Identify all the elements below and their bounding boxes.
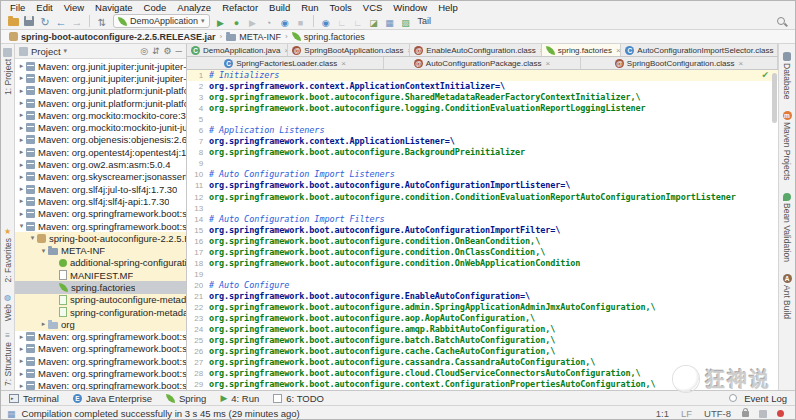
- tree-chevron-icon[interactable]: ▸: [17, 87, 26, 95]
- menu-vcs[interactable]: VCS: [358, 2, 388, 13]
- breadcrumb-item[interactable]: spring.factories: [290, 32, 367, 42]
- status-segment-1-1[interactable]: 1:1: [656, 408, 669, 419]
- close-icon[interactable]: ×: [545, 59, 550, 68]
- tree-row[interactable]: spring-autoconfigure-metadat: [15, 294, 186, 306]
- stripe-button-database[interactable]: Database: [782, 52, 792, 99]
- menu-window[interactable]: Window: [388, 2, 432, 13]
- menu-build[interactable]: Build: [264, 2, 295, 13]
- project-panel-title[interactable]: Project ▾: [19, 46, 67, 57]
- tree-row[interactable]: ▾META-INF: [15, 244, 186, 256]
- tree-row[interactable]: ▸org: [15, 318, 186, 330]
- search-icon[interactable]: [777, 17, 785, 25]
- tail-plugin-label[interactable]: Tail: [418, 16, 432, 26]
- tree-row[interactable]: spring.factories: [15, 281, 186, 293]
- editor-tab[interactable]: @SpringBootApplication.class×: [288, 44, 410, 56]
- run-configuration-combo[interactable]: DemoApplication▾: [113, 14, 210, 28]
- stripe-button----project[interactable]: 1: Project: [3, 48, 13, 95]
- status-segment-utf-8[interactable]: UTF-8: [704, 408, 731, 419]
- tree-row[interactable]: spring-configuration-metadata: [15, 306, 186, 318]
- tool-window-toggle-icon[interactable]: [7, 409, 16, 419]
- tree-row[interactable]: ▾Maven: org.springframework.boot:spring: [15, 220, 186, 232]
- gear-icon[interactable]: [164, 47, 172, 56]
- tree-row[interactable]: ▸Maven: org.opentest4j:opentest4j:1.2.0: [15, 146, 186, 158]
- tree-chevron-icon[interactable]: ▾: [17, 222, 26, 230]
- editor-tab[interactable]: CAutoConfigurationImportSelector.class×: [621, 44, 778, 56]
- tree-chevron-icon[interactable]: ▸: [17, 173, 26, 181]
- toolwindow-button-terminal[interactable]: Terminal: [9, 393, 59, 404]
- toolwindow-button-spring[interactable]: Spring: [166, 393, 206, 404]
- readonly-lock-icon[interactable]: [742, 411, 749, 417]
- tree-row[interactable]: MANIFEST.MF: [15, 269, 186, 281]
- tree-row[interactable]: additional-spring-configuratio: [15, 257, 186, 269]
- tree-chevron-icon[interactable]: ▸: [17, 382, 26, 390]
- toolwindow-button----todo[interactable]: 6: TODO: [273, 393, 324, 404]
- toolbar-button-stop-icon[interactable]: [293, 14, 309, 29]
- editor-tab[interactable]: CDemoApplication.java×: [187, 44, 288, 56]
- tree-row[interactable]: ▸Maven: org.skyscreamer:jsonassert:1.5.0: [15, 171, 186, 183]
- toolbar-button-console-icon[interactable]: [350, 14, 366, 29]
- tree-row[interactable]: ▸Maven: org.junit.platform:junit-platfor…: [15, 85, 186, 97]
- tree-row[interactable]: ▸Maven: org.springframework.boot:spring: [15, 380, 186, 390]
- toolbar-button-sync-icon[interactable]: [37, 14, 53, 29]
- status-segment-lf[interactable]: LF: [681, 408, 692, 419]
- menu-code[interactable]: Code: [139, 2, 172, 13]
- toolbar-button-rerun-icon[interactable]: [277, 14, 293, 29]
- toolbar-button-save-all-icon[interactable]: [21, 14, 37, 29]
- tree-row[interactable]: ▸Maven: org.ow2.asm:asm:5.0.4: [15, 158, 186, 170]
- tree-row[interactable]: ▸Maven: org.slf4j:jul-to-slf4j:1.7.30: [15, 183, 186, 195]
- close-icon[interactable]: ×: [738, 59, 743, 68]
- toolbar-button-console-icon[interactable]: [334, 14, 350, 29]
- close-icon[interactable]: ×: [341, 59, 346, 68]
- tree-chevron-icon[interactable]: ▸: [17, 197, 26, 205]
- menu-edit[interactable]: Edit: [31, 2, 57, 13]
- close-icon[interactable]: ×: [616, 46, 621, 55]
- menu-help[interactable]: Help: [433, 2, 463, 13]
- tree-chevron-icon[interactable]: ▸: [17, 99, 26, 107]
- tree-chevron-icon[interactable]: ▸: [17, 111, 26, 119]
- tree-chevron-icon[interactable]: ▸: [17, 185, 26, 193]
- tree-chevron-icon[interactable]: ▸: [17, 136, 26, 144]
- toolwindow-button-java-enterprise[interactable]: EJava Enterprise: [73, 393, 152, 404]
- tree-chevron-icon[interactable]: ▾: [28, 234, 37, 242]
- notification-dot-icon[interactable]: [777, 410, 784, 417]
- toolbar-button-sort-icon[interactable]: [94, 14, 110, 29]
- toolbar-button-inspections-icon[interactable]: [366, 14, 382, 29]
- editor-tab[interactable]: @EnableAutoConfiguration.class×: [410, 44, 542, 56]
- tree-row[interactable]: ▸Maven: org.springframework.boot:spring: [15, 208, 186, 220]
- tree-chevron-icon[interactable]: ▸: [17, 333, 26, 341]
- menu-refactor[interactable]: Refactor: [217, 2, 263, 13]
- tree-chevron-icon[interactable]: ▸: [17, 210, 26, 218]
- menu-analyze[interactable]: Analyze: [172, 2, 216, 13]
- toolbar-button-run-icon[interactable]: [213, 14, 229, 29]
- menu-navigate[interactable]: Navigate: [90, 2, 138, 13]
- stripe-button-maven-projects[interactable]: mMaven Projects: [782, 111, 792, 181]
- toolbar-button-profiler-icon[interactable]: [261, 14, 277, 29]
- tree-row[interactable]: ▸Maven: org.springframework.boot:spring: [15, 355, 186, 367]
- stripe-button-web[interactable]: Web: [3, 293, 13, 321]
- tree-row[interactable]: ▸Maven: org.junit.platform:junit-platfor…: [15, 97, 186, 109]
- stripe-button----structure[interactable]: 7: Structure: [3, 331, 13, 386]
- stripe-button----favorites[interactable]: 2: Favorites: [3, 227, 13, 282]
- toolwindow-button----run[interactable]: 4: Run: [220, 393, 259, 404]
- stripe-button-bean-validation[interactable]: Bean Validation: [782, 193, 792, 262]
- tree-row[interactable]: ▸Maven: org.objenesis:objenesis:2.6: [15, 134, 186, 146]
- locate-file-icon[interactable]: [140, 47, 148, 56]
- tree-row[interactable]: ▸Maven: org.mockito:mockito-core:3.1.0: [15, 109, 186, 121]
- tree-chevron-icon[interactable]: ▸: [17, 62, 26, 70]
- tree-chevron-icon[interactable]: ▸: [39, 320, 48, 328]
- tree-chevron-icon[interactable]: ▸: [17, 370, 26, 378]
- editor-tab[interactable]: @AutoConfigurationPackage.class×: [384, 57, 581, 69]
- tree-chevron-icon[interactable]: ▸: [17, 74, 26, 82]
- editor[interactable]: ✔ 1# Initializers2org.springframework.co…: [187, 70, 778, 390]
- tree-row[interactable]: ▾spring-boot-autoconfigure-2.2.5.RELE: [15, 232, 186, 244]
- menu-view[interactable]: View: [59, 2, 89, 13]
- tree-row[interactable]: ▸Maven: org.junit.jupiter:junit-jupiter-…: [15, 72, 186, 84]
- hide-panel-icon[interactable]: [176, 47, 182, 56]
- tree-chevron-icon[interactable]: ▸: [17, 124, 26, 132]
- menu-file[interactable]: File: [5, 2, 30, 13]
- tree-row[interactable]: ▸Maven: org.springframework.boot:spring: [15, 367, 186, 379]
- tree-chevron-icon[interactable]: ▾: [39, 247, 48, 255]
- toolbar-button-search-everywhere-icon[interactable]: [318, 14, 334, 29]
- breadcrumb-item[interactable]: META-INF: [224, 32, 283, 42]
- tree-chevron-icon[interactable]: ▸: [17, 148, 26, 156]
